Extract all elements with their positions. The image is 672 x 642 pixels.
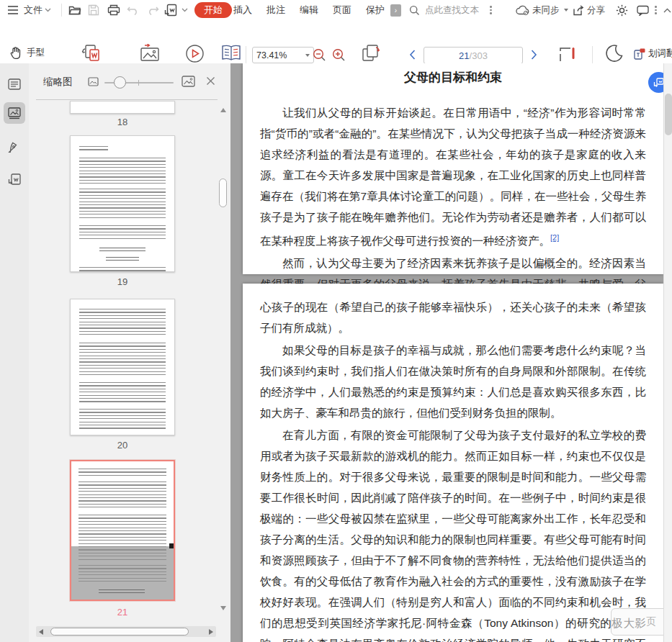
zoom-level-value: 73.41%	[256, 50, 287, 60]
hand-icon	[10, 46, 22, 59]
titlebar: 文件 开始 插入 批注 编辑 页面 保护 ›	[0, 0, 672, 21]
tab-insert[interactable]: 插入	[233, 0, 252, 20]
sync-status[interactable]: 未同步	[516, 0, 568, 20]
search-placeholder: 点此查找文本	[425, 4, 479, 17]
zoom-level-select[interactable]: 73.41%	[252, 47, 314, 63]
save-icon[interactable]	[88, 0, 99, 20]
thumbnail-page-21-selected[interactable]	[70, 460, 175, 601]
viewport-resize-handle[interactable]	[169, 543, 174, 548]
next-page-icon[interactable]	[531, 50, 537, 60]
thumbnail-page-20[interactable]	[70, 299, 175, 435]
document-paragraph: 心孩子的现在（希望自己的孩子能够幸福快乐），还关心孩子的未来（希望孩子们有所成就…	[260, 297, 646, 338]
scroll-up-arrow[interactable]	[220, 108, 226, 112]
feedback-bubble-icon[interactable]	[637, 0, 649, 20]
vertical-scroll-thumb[interactable]	[219, 178, 227, 207]
word-translate-label: 划词翻译	[648, 48, 672, 60]
play-icon	[185, 44, 205, 63]
export-word-icon[interactable]	[164, 0, 179, 20]
share-label: 分享	[587, 4, 605, 17]
thumbnail-page-18-label[interactable]: 18	[70, 117, 175, 127]
document-paragraph: 如果父母的目标是孩子的幸福与成就，那么他们需要考虑什么约束呢？当我们谈到约束时，…	[260, 340, 646, 423]
pdf-to-office-icon	[81, 44, 102, 64]
thumbnail-size-small-icon[interactable]	[88, 77, 99, 86]
pdf-reader-app: 文件 开始 插入 批注 编辑 页面 保护 ›	[0, 0, 672, 642]
thumbnails-vertical-scrollbar[interactable]	[219, 108, 227, 612]
divider	[36, 99, 218, 100]
document-vertical-scrollbar[interactable]	[663, 63, 672, 642]
document-paragraph: 让我们从父母的目标开始谈起。在日常用语中，“经济”作为形容词时常常指“货币的”或…	[260, 102, 646, 251]
chevron-down-icon[interactable]	[182, 0, 188, 20]
annotations-panel-icon[interactable]	[4, 135, 25, 157]
share-button[interactable]: 分享	[573, 0, 605, 20]
thumbnail-size-slider-knob[interactable]	[114, 76, 126, 89]
tab-protect[interactable]: 保护	[366, 0, 385, 20]
tabs-overflow-button[interactable]: ›	[390, 4, 401, 17]
thumbnails-panel-title: 缩略图	[43, 76, 73, 89]
zoom-out-icon[interactable]	[313, 48, 326, 62]
thumbnail-page-19[interactable]	[70, 135, 175, 272]
zoom-in-icon[interactable]	[332, 48, 346, 62]
tab-annotate[interactable]: 批注	[266, 0, 285, 20]
thumbnail-size-large-icon[interactable]	[182, 76, 195, 87]
undo-icon[interactable]	[127, 0, 140, 20]
hamburger-menu-icon[interactable]	[7, 0, 19, 20]
settings-gear-icon[interactable]	[616, 0, 628, 20]
thumbnail-page-18[interactable]	[70, 101, 175, 114]
thumbnail-page-19-label[interactable]: 19	[70, 276, 175, 287]
book-icon	[220, 44, 242, 63]
scroll-left-arrow[interactable]	[39, 629, 43, 635]
search-icon	[409, 5, 420, 16]
export-panel-icon[interactable]	[4, 168, 25, 190]
cloud-sync-icon	[516, 5, 529, 15]
navigation-panel-strip	[0, 63, 29, 642]
horizontal-scroll-thumb[interactable]	[50, 628, 189, 636]
thumbnail-page-20-label[interactable]: 20	[70, 440, 175, 451]
redo-icon[interactable]	[146, 0, 159, 20]
share-icon	[573, 5, 584, 16]
divider	[61, 4, 62, 17]
chevron-down-icon	[564, 9, 568, 12]
tab-home[interactable]: 开始	[194, 2, 232, 18]
tab-page[interactable]: 页面	[333, 0, 351, 20]
thumbnails-panel-icon[interactable]	[4, 102, 25, 124]
document-heading: 父母的目标和约束	[260, 69, 646, 86]
document-paragraph: 在育儿方面，有限的资金可能限制了父母为孩子支付最好的私立学校的费用或者为孩子买最…	[260, 425, 646, 642]
hand-tool-label: 手型	[27, 47, 45, 59]
document-scroll-thumb[interactable]	[665, 94, 672, 135]
slider-tick	[138, 80, 139, 86]
chevron-down-icon	[45, 8, 51, 12]
thumbnails-panel: 缩略图 18 19	[29, 63, 230, 642]
scroll-right-arrow[interactable]	[209, 629, 213, 635]
previous-page-icon[interactable]	[409, 50, 416, 60]
sync-label: 未同步	[532, 4, 560, 17]
current-page-number: 21	[459, 50, 469, 61]
collapse-ribbon-icon[interactable]	[663, 0, 671, 20]
tab-edit[interactable]: 编辑	[300, 0, 318, 20]
more-options-icon[interactable]	[655, 0, 657, 20]
rotate-document-icon	[361, 44, 381, 63]
search-box[interactable]: 点此查找文本	[409, 0, 492, 20]
word-translate-icon	[634, 48, 645, 60]
file-menu-label: 文件	[24, 4, 42, 17]
pdf-to-image-icon	[139, 44, 161, 63]
open-file-icon[interactable]	[68, 0, 81, 20]
thumbnails-header: 缩略图	[29, 63, 230, 99]
close-panel-icon[interactable]	[206, 76, 215, 86]
print-icon[interactable]	[107, 0, 120, 20]
search-options-icon[interactable]	[490, 6, 492, 14]
outline-panel-icon[interactable]	[4, 73, 25, 95]
footnote-link[interactable]: [2]	[550, 233, 559, 242]
scroll-down-arrow[interactable]	[220, 606, 226, 610]
thumbnails-horizontal-scrollbar[interactable]	[36, 626, 216, 637]
hand-tool-button[interactable]: 手型	[10, 46, 45, 59]
ribbon-toolbar: 手型 选择 PDF转Office PDF转图片 播放 阅读模式 7	[0, 20, 672, 64]
auto-scroll-icon[interactable]	[557, 45, 576, 64]
file-menu[interactable]: 文件	[24, 0, 51, 20]
pdf-page: 父母的目标和约束 让我们从父母的目标开始谈起。在日常用语中，“经济”作为形容词时…	[243, 63, 663, 274]
total-page-count: /303	[470, 50, 488, 61]
word-translate-button[interactable]: 划词翻译	[634, 48, 672, 60]
document-view[interactable]: 父母的目标和约束 让我们从父母的目标开始谈起。在日常用语中，“经济”作为形容词时…	[230, 63, 672, 642]
moon-icon	[605, 44, 624, 63]
page-number-input[interactable]: 21 /303	[424, 47, 523, 64]
thumbnail-page-21-label[interactable]: 21	[70, 607, 175, 618]
